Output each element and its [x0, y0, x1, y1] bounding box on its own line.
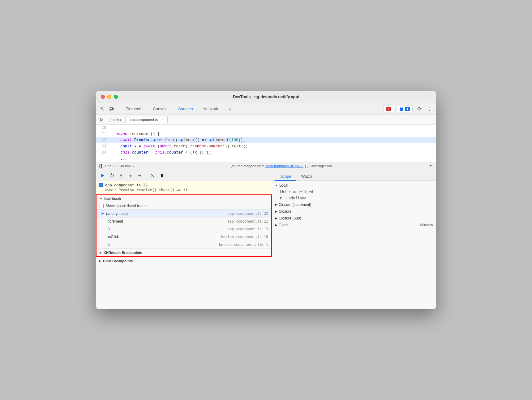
more-icon[interactable]: ⋮	[426, 105, 434, 113]
check-icon: ✓	[100, 184, 102, 187]
tab-watch[interactable]: Watch	[296, 172, 317, 180]
inspect-icon[interactable]	[98, 105, 106, 113]
scope-key-this: this:	[280, 190, 293, 194]
file-tab-component-label: app.component.ts	[129, 118, 158, 122]
settings-icon[interactable]: ⚙	[415, 105, 423, 113]
dom-breakpoints-header[interactable]: ▶ DOM Breakpoints	[96, 257, 272, 265]
device-icon[interactable]	[108, 105, 116, 113]
titlebar: DevTools - ng-devtools.netlify.app/	[96, 91, 436, 103]
file-tab-index[interactable]: (index)	[106, 116, 124, 123]
call-stack-item-2[interactable]: i0 app.component.ts:13	[97, 225, 271, 233]
bottom-area: ⏸ ✓ app.component.ts:22 await Promise.re…	[96, 170, 436, 309]
local-group-label: Local	[279, 183, 288, 188]
cs-name-4: i0	[101, 242, 219, 247]
source-map-link[interactable]: main.fa8bfa0e23f1eb71.js	[265, 164, 306, 168]
call-stack-item-1[interactable]: increment app.component.ts:21	[97, 218, 271, 225]
file-tabs: (index) app.component.ts ×	[96, 115, 436, 125]
ignore-frames-checkbox[interactable]	[100, 204, 104, 208]
cs-location-2: app.component.ts:13	[227, 227, 268, 231]
closure-580-arrow-icon: ▶	[275, 217, 277, 220]
closure-header[interactable]: ▶ Closure	[272, 208, 436, 215]
file-tab-close-icon[interactable]: ×	[160, 118, 164, 122]
global-label: Global	[279, 223, 420, 227]
closure-increment-header[interactable]: ▶ Closure (increment)	[272, 201, 436, 208]
local-group-header[interactable]: ▼ Local	[272, 182, 436, 189]
code-editor: 20 21 async increment() { 22 await Promi…	[96, 125, 436, 162]
scope-val-this: undefined	[293, 190, 313, 194]
error-count: 1	[386, 107, 391, 111]
deactivate-breakpoints-button[interactable]	[149, 172, 156, 179]
main-tab-nav: Elements Console Sources Network »	[121, 105, 384, 113]
dom-breakpoints-label: DOM Breakpoints	[103, 259, 133, 263]
step-out-button[interactable]	[127, 172, 134, 179]
cs-location-1: app.component.ts:21	[227, 219, 268, 224]
svg-line-16	[151, 174, 154, 177]
step-into-button[interactable]	[118, 172, 125, 179]
file-nav-icon[interactable]	[98, 116, 105, 123]
xhr-breakpoints-header[interactable]: ▶ XHR/fetch Breakpoints	[97, 249, 271, 256]
pause-button[interactable]: ⏸	[158, 172, 165, 179]
breakpoint-code: await Promise.resolve().then(() => ti...	[99, 188, 269, 192]
dom-arrow-icon: ▶	[99, 259, 101, 263]
breakpoint-checkbox[interactable]: ✓	[99, 183, 103, 187]
tab-sources[interactable]: Sources	[173, 105, 198, 113]
svg-rect-4	[400, 108, 403, 111]
line-content-21: async increment() {	[110, 131, 436, 137]
closure-arrow-icon: ▶	[275, 210, 277, 213]
call-stack-item-0[interactable]: ➤ (anonymous) app.component.ts:22	[97, 210, 271, 218]
tab-console[interactable]: Console	[148, 105, 173, 113]
cs-name-0: (anonymous)	[106, 211, 227, 216]
tab-network[interactable]: Network	[199, 105, 223, 113]
breakpoint-filename: app.component.ts:22	[105, 183, 148, 187]
call-stack-item-4[interactable]: i0 button.component.html:1	[97, 241, 271, 249]
step-over-button[interactable]	[108, 172, 116, 179]
tab-more[interactable]: »	[224, 105, 236, 113]
file-tab-index-label: (index)	[109, 118, 121, 122]
line-content-22: await Promise.resolve().then(() => timeo…	[110, 137, 436, 143]
resume-button[interactable]	[99, 172, 106, 179]
info-badge-button[interactable]: 1	[397, 106, 413, 112]
scope-content: ▼ Local this: undefined r: undefined ▶ C…	[272, 181, 436, 309]
toolbar-icons	[98, 105, 116, 113]
line-col-indicator: Line 23, Column 5	[105, 164, 134, 168]
file-tab-component[interactable]: app.component.ts ×	[125, 116, 168, 124]
scope-tabs: Scope Watch	[272, 170, 436, 181]
global-group[interactable]: ▶ Global Window	[272, 222, 436, 228]
tab-elements[interactable]: Elements	[121, 105, 147, 113]
toolbar-right: 1 1 ⚙ ⋮	[384, 105, 434, 113]
cs-name-1: increment	[101, 219, 227, 224]
status-left: {} Line 23, Column 5	[99, 163, 134, 168]
call-stack-arrow-icon: ▼	[100, 197, 102, 200]
console-drawer-toggle[interactable]: ▼	[429, 164, 433, 168]
code-line-20: 20	[96, 125, 436, 131]
source-map-text: (source mapped from	[230, 164, 265, 168]
step-button[interactable]	[136, 172, 144, 179]
ignore-frames-label: Show ignore-listed frames	[105, 204, 148, 208]
call-stack-section-header[interactable]: ▼ Call Stack	[97, 195, 271, 202]
scope-val-r: undefined	[286, 196, 307, 200]
code-line-25: ...	[96, 156, 436, 162]
xhr-breakpoints-label: XHR/fetch Breakpoints	[104, 251, 142, 254]
maximize-button[interactable]	[114, 95, 118, 99]
code-line-22: 22 await Promise.resolve().then(() => ti…	[96, 137, 436, 143]
debug-divider	[146, 173, 146, 178]
code-line-21: 21 async increment() {	[96, 131, 436, 137]
call-stack-item-3[interactable]: onClick button.component.ts:18	[97, 233, 271, 241]
left-panel: ⏸ ✓ app.component.ts:22 await Promise.re…	[96, 170, 272, 309]
status-bar: {} Line 23, Column 5 (source mapped from…	[96, 162, 436, 170]
close-button[interactable]	[101, 95, 105, 99]
closure-increment-arrow-icon: ▶	[275, 203, 277, 206]
breakpoint-header: ✓ app.component.ts:22	[99, 183, 269, 187]
active-frame-icon: ➤	[101, 211, 104, 216]
minimize-button[interactable]	[107, 95, 111, 99]
coverage-text: ) Coverage: n/a	[307, 164, 332, 168]
tab-scope[interactable]: Scope	[275, 172, 296, 180]
call-stack-highlighted-region: ▼ Call Stack Show ignore-listed frames ➤…	[96, 194, 272, 257]
format-icon[interactable]: {}	[99, 163, 102, 168]
code-line-23: 23 const x = await (await fetch('/random…	[96, 143, 436, 150]
svg-marker-8	[101, 174, 104, 177]
local-arrow-icon: ▼	[275, 184, 278, 187]
svg-rect-1	[112, 108, 114, 110]
error-badge-button[interactable]: 1	[384, 106, 394, 112]
closure-580-header[interactable]: ▶ Closure (580)	[272, 215, 436, 222]
